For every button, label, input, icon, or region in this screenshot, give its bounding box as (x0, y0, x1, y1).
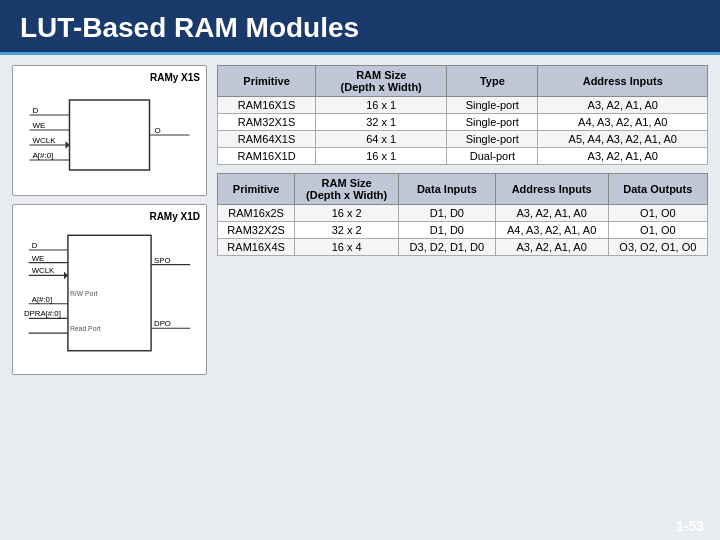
table-row: RAM64X1S64 x 1Single-portA5, A4, A3, A2,… (218, 131, 708, 148)
svg-text:Read Port: Read Port (70, 325, 101, 332)
table-multi-port: Primitive RAM Size(Depth x Width) Data I… (217, 173, 708, 256)
svg-text:R/W Port: R/W Port (70, 290, 98, 297)
svg-text:WCLK: WCLK (33, 136, 57, 145)
table-single-port: Primitive RAM Size(Depth x Width) Type A… (217, 65, 708, 165)
col-primitive-2: Primitive (218, 174, 295, 205)
svg-text:DPRA[#:0]: DPRA[#:0] (24, 310, 61, 319)
col-ramsize-2: RAM Size(Depth x Width) (295, 174, 399, 205)
svg-text:DPO: DPO (154, 319, 171, 328)
diagram1-title: RAMy X1S (19, 72, 200, 83)
col-datainputs: Data Inputs (399, 174, 496, 205)
table-row: RAM16X4S16 x 4D3, D2, D1, D0A3, A2, A1, … (218, 239, 708, 256)
single-port-svg: D WE WCLK A[#:0] O (19, 85, 200, 185)
col-address-1: Address Inputs (538, 66, 708, 97)
svg-text:WE: WE (32, 254, 45, 263)
svg-text:WCLK: WCLK (32, 266, 55, 275)
svg-text:A[#:0]: A[#:0] (33, 151, 54, 160)
table-row: RAM32X1S32 x 1Single-portA4, A3, A2, A1,… (218, 114, 708, 131)
slide-number: 1-53 (676, 518, 704, 534)
dual-port-svg: R/W Port Read Port D WE WCLK A[#:0] DPRA… (19, 224, 200, 364)
table-row: RAM16X1D16 x 1Dual-portA3, A2, A1, A0 (218, 148, 708, 165)
svg-text:O: O (155, 126, 161, 135)
col-dataoutputs: Data Outputs (608, 174, 707, 205)
table-row: RAM16x2S16 x 2D1, D0A3, A2, A1, A0O1, O0 (218, 205, 708, 222)
slide-title: LUT-Based RAM Modules (20, 12, 359, 43)
svg-text:D: D (33, 106, 39, 115)
slide: LUT-Based RAM Modules RAMy X1S D (0, 0, 720, 540)
col-ramsize-1: RAM Size(Depth x Width) (316, 66, 447, 97)
svg-text:D: D (32, 241, 38, 250)
svg-text:SPO: SPO (154, 256, 171, 265)
table-row: RAM16X1S16 x 1Single-portA3, A2, A1, A0 (218, 97, 708, 114)
col-address-2: Address Inputs (495, 174, 608, 205)
table-row: RAM32X2S32 x 2D1, D0A4, A3, A2, A1, A0O1… (218, 222, 708, 239)
content-area: RAMy X1S D WE WCLK A[#:0] O (0, 55, 720, 540)
right-column: Primitive RAM Size(Depth x Width) Type A… (217, 65, 708, 530)
col-type-1: Type (447, 66, 538, 97)
diagram2-title: RAMy X1D (19, 211, 200, 222)
diagram-single-port: RAMy X1S D WE WCLK A[#:0] O (12, 65, 207, 196)
left-column: RAMy X1S D WE WCLK A[#:0] O (12, 65, 207, 530)
title-bar: LUT-Based RAM Modules (0, 0, 720, 55)
svg-text:WE: WE (33, 121, 46, 130)
svg-text:A[#:0]: A[#:0] (32, 295, 52, 304)
diagram-dual-port: RAMy X1D R/W Port Read Port (12, 204, 207, 375)
svg-rect-0 (70, 100, 150, 170)
col-primitive-1: Primitive (218, 66, 316, 97)
